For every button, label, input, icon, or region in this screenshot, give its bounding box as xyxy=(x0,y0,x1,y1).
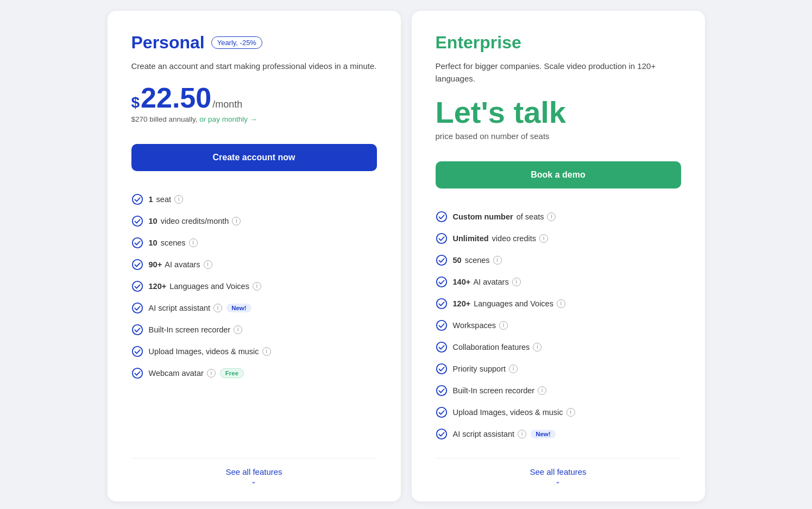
svg-point-4 xyxy=(132,281,142,291)
book-demo-button[interactable]: Book a demo xyxy=(436,161,681,188)
info-icon[interactable]: i xyxy=(232,217,241,225)
enterprise-see-all-footer: See all features ⌄ xyxy=(436,458,681,485)
list-item: AI script assistantiNew! xyxy=(436,423,681,445)
check-icon xyxy=(131,302,143,314)
check-icon xyxy=(131,367,143,379)
svg-point-18 xyxy=(436,407,446,417)
info-icon[interactable]: i xyxy=(253,282,261,291)
see-all-label: See all features xyxy=(225,467,282,476)
feature-text: Built-In screen recorderi xyxy=(149,325,243,334)
enterprise-card: Enterprise Perfect for bigger companies.… xyxy=(412,11,705,501)
enterprise-see-all-link[interactable]: See all features ⌄ xyxy=(530,467,586,485)
price-note: $270 billed annually, or pay monthly → xyxy=(131,115,377,123)
svg-point-10 xyxy=(436,233,446,243)
list-item: 10 scenesi xyxy=(131,232,377,254)
check-icon xyxy=(436,232,448,244)
feature-text: Custom number of seatsi xyxy=(453,212,556,221)
list-item: Collaboration featuresi xyxy=(436,336,681,358)
list-item: Priority supporti xyxy=(436,358,681,380)
personal-see-all-footer: See all features ⌄ xyxy=(131,458,377,485)
svg-point-5 xyxy=(132,303,142,312)
list-item: 90+ AI avatarsi xyxy=(131,254,377,275)
feature-text: AI script assistantiNew! xyxy=(453,430,556,438)
svg-point-3 xyxy=(132,259,142,269)
feature-text: 10 video credits/monthi xyxy=(149,217,241,225)
feature-text: 120+ Languages and Voicesi xyxy=(149,282,261,291)
list-item: AI script assistantiNew! xyxy=(131,297,377,319)
check-icon xyxy=(436,341,448,353)
info-icon[interactable]: i xyxy=(533,343,542,351)
chevron-down-icon: ⌄ xyxy=(251,477,256,485)
check-icon xyxy=(436,406,448,418)
chevron-down-icon: ⌄ xyxy=(555,477,561,485)
list-item: 120+ Languages and Voicesi xyxy=(131,275,377,297)
info-icon[interactable]: i xyxy=(557,299,565,308)
check-icon xyxy=(436,319,448,331)
list-item: Webcam avatariFree xyxy=(131,362,377,384)
info-icon[interactable]: i xyxy=(493,256,502,265)
enterprise-title-row: Enterprise xyxy=(436,33,681,53)
new-badge: New! xyxy=(531,430,555,438)
feature-text: 50 scenesi xyxy=(453,256,502,265)
list-item: Built-In screen recorderi xyxy=(131,319,377,341)
enterprise-title: Enterprise xyxy=(436,33,521,53)
svg-point-14 xyxy=(436,320,446,330)
free-badge: Free xyxy=(220,368,244,378)
feature-text: Upload Images, videos & musici xyxy=(453,408,575,417)
check-icon xyxy=(436,276,448,288)
yearly-badge: Yearly, -25% xyxy=(211,36,262,49)
personal-features-list: 1 seati 10 video credits/monthi 10 scene… xyxy=(131,188,377,445)
check-icon xyxy=(131,280,143,292)
info-icon[interactable]: i xyxy=(234,325,242,334)
feature-text: AI script assistantiNew! xyxy=(149,304,251,312)
list-item: Workspacesi xyxy=(436,315,681,336)
feature-text: Priority supporti xyxy=(453,365,518,373)
enterprise-features-list: Custom number of seatsi Unlimited video … xyxy=(436,206,681,445)
pay-monthly-link[interactable]: or pay monthly → xyxy=(199,115,257,123)
check-icon xyxy=(131,324,143,336)
personal-see-all-link[interactable]: See all features ⌄ xyxy=(225,467,282,485)
check-icon xyxy=(131,237,143,249)
feature-text: Built-In screen recorderi xyxy=(453,386,547,395)
check-icon xyxy=(436,363,448,375)
pricing-container: Personal Yearly, -25% Create an account … xyxy=(108,11,705,501)
lets-talk-heading: Let's talk xyxy=(436,96,681,129)
info-icon[interactable]: i xyxy=(174,195,183,204)
info-icon[interactable]: i xyxy=(204,260,212,269)
create-account-button[interactable]: Create account now xyxy=(131,144,377,171)
feature-text: Webcam avatariFree xyxy=(149,368,244,378)
info-icon[interactable]: i xyxy=(566,408,575,417)
info-icon[interactable]: i xyxy=(213,304,222,312)
check-icon xyxy=(131,259,143,271)
check-icon xyxy=(131,345,143,357)
check-icon xyxy=(131,215,143,227)
list-item: Custom number of seatsi xyxy=(436,206,681,228)
svg-point-19 xyxy=(436,429,446,438)
info-icon[interactable]: i xyxy=(499,321,508,330)
info-icon[interactable]: i xyxy=(509,365,518,373)
price-note-prefix: $270 billed annually, xyxy=(131,115,198,123)
svg-point-17 xyxy=(436,385,446,395)
svg-point-16 xyxy=(436,363,446,373)
price-period: /month xyxy=(212,99,242,110)
new-badge: New! xyxy=(226,304,251,312)
list-item: Upload Images, videos & musici xyxy=(436,401,681,423)
info-icon[interactable]: i xyxy=(512,278,521,286)
svg-point-0 xyxy=(132,194,142,204)
enterprise-header: Enterprise Perfect for bigger companies.… xyxy=(436,33,681,154)
info-icon[interactable]: i xyxy=(262,347,271,356)
check-icon xyxy=(131,193,143,205)
info-icon[interactable]: i xyxy=(547,212,556,221)
svg-point-2 xyxy=(132,237,142,247)
info-icon[interactable]: i xyxy=(189,238,198,247)
feature-text: 10 scenesi xyxy=(149,238,198,247)
info-icon[interactable]: i xyxy=(539,234,548,243)
svg-point-13 xyxy=(436,298,446,308)
info-icon[interactable]: i xyxy=(207,369,216,378)
list-item: 10 video credits/monthi xyxy=(131,210,377,232)
info-icon[interactable]: i xyxy=(538,386,546,395)
list-item: Built-In screen recorderi xyxy=(436,380,681,401)
info-icon[interactable]: i xyxy=(518,430,526,438)
list-item: Unlimited video creditsi xyxy=(436,228,681,249)
svg-point-6 xyxy=(132,324,142,334)
